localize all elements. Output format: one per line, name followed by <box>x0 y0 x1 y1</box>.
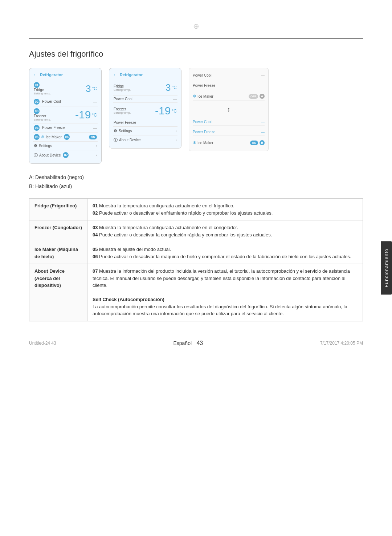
phone1-about-row: ⓘ About Device 07 › <box>33 150 98 160</box>
phone1-header: ← Refrigerator <box>33 72 98 77</box>
ice-icon-3: ❄ <box>193 140 196 145</box>
page-container: ⊕ Ajustes del frigorífico ← Refrigerator… <box>0 0 392 536</box>
phone1-ice-maker-row: 05 ❄ Ice Maker 06 ON <box>33 133 98 141</box>
table-row-freezer: Freezer (Congelador) 03 Muestra la tempe… <box>29 220 363 242</box>
table-cell-freezer-content: 03 Muestra la temperatura configurada ac… <box>87 220 363 242</box>
diag3-ice-maker-off-row: ❄ Ice Maker OFF A <box>193 92 265 101</box>
table-cell-about-label: About Device (Acerca del dispositivo) <box>29 264 87 321</box>
diag3-power-cool-b-row: Power Cool — <box>193 118 265 126</box>
section-title: Ajustes del frigorífico <box>29 49 363 59</box>
phone2-power-cool-row: Power Cool — <box>113 96 177 103</box>
table-row-fridge: Fridge (Frigorífico) 01 Muestra la tempe… <box>29 199 363 220</box>
label-b: B <box>260 140 265 145</box>
ice-toggle-off[interactable]: OFF <box>249 94 258 99</box>
settings-gear-icon-2: ⚙ <box>114 129 117 133</box>
table-row-ice-maker: Ice Maker (Máquina de hielo) 05 Muestra … <box>29 242 363 264</box>
side-tab-funcionamiento: Funcionamiento <box>381 241 392 295</box>
top-decoration: ⊕ <box>29 22 363 31</box>
back-arrow-icon: ← <box>33 72 38 77</box>
self-check-title: Self Check (Autocomprobación) <box>93 297 164 302</box>
table-cell-fridge-label: Fridge (Frigorífico) <box>29 199 87 220</box>
diagrams-row: ← Refrigerator 01 Fridge Setting temp. 3… <box>29 68 363 164</box>
phone2-freezer-row: Freezer Setting temp. -19 °C <box>113 103 177 119</box>
arrow-indicator: ↕ <box>193 103 265 115</box>
table-cell-freezer-label: Freezer (Congelador) <box>29 220 87 242</box>
diag3-power-freeze-b-row: Power Freeze — <box>193 129 265 136</box>
legend-b: B: Habilitado (azul) <box>29 182 363 191</box>
info-icon: ⓘ <box>34 153 38 158</box>
num-06: 06 <box>93 254 98 259</box>
badge-04: 04 <box>34 125 40 131</box>
legend-a: A: Deshabilitado (negro) <box>29 173 363 182</box>
badge-07: 07 <box>63 152 69 158</box>
diag3-power-freeze-row: Power Freeze — <box>193 82 265 89</box>
badge-01: 01 <box>34 82 40 88</box>
phone2-fridge-row: Fridge Setting temp. 3 °C <box>113 80 177 96</box>
badge-03: 03 <box>34 108 40 114</box>
chevron-right-icon: › <box>96 144 97 148</box>
num-05: 05 <box>93 247 98 252</box>
phone-mockup-1: ← Refrigerator 01 Fridge Setting temp. 3… <box>29 68 102 164</box>
diagram-annotated: Power Cool — Power Freeze — ❄ Ice Maker … <box>189 68 269 151</box>
settings-gear-icon: ⚙ <box>34 143 37 148</box>
num-02: 02 <box>93 210 98 216</box>
footer-date: 7/17/2017 4:20:05 PM <box>320 341 363 346</box>
ice-toggle-on[interactable]: ON <box>89 135 97 139</box>
label-a: A <box>260 94 265 99</box>
footer-filename: Untitled-24 43 <box>29 341 56 346</box>
phone1-power-cool-row: 02 Power Cool — <box>33 97 98 106</box>
legend: A: Deshabilitado (negro) B: Habilitado (… <box>29 173 363 191</box>
up-down-arrow-icon: ↕ <box>227 106 230 113</box>
page-number: 43 <box>196 340 203 346</box>
info-table: Fridge (Frigorífico) 01 Muestra la tempe… <box>29 198 363 321</box>
phone2-header: ← Refrigerator <box>113 72 177 77</box>
table-cell-ice-maker-content: 05 Muestra el ajuste del modo actual. 06… <box>87 242 363 264</box>
table-cell-fridge-content: 01 Muestra la temperatura configurada ac… <box>87 199 363 220</box>
phone2-about-row: ⓘ About Device › <box>113 135 177 145</box>
diag3-ice-maker-on-row: ❄ Ice Maker ON B <box>193 139 265 147</box>
phone-mockup-2: ← Refrigerator Fridge Setting temp. 3 °C… <box>109 68 181 149</box>
page-info: Español 43 <box>173 340 203 346</box>
table-cell-about-content: 07 Muestra la información del producto i… <box>87 264 363 321</box>
num-07: 07 <box>93 268 98 274</box>
chevron-right-icon-3: › <box>176 129 177 133</box>
ice-icon: ❄ <box>41 134 45 139</box>
info-icon-2: ⓘ <box>114 137 118 143</box>
table-cell-ice-maker-label: Ice Maker (Máquina de hielo) <box>29 242 87 264</box>
page-footer: Untitled-24 43 Español 43 7/17/2017 4:20… <box>29 336 363 346</box>
badge-06: 06 <box>64 134 70 140</box>
phone1-power-freeze-row: 04 Power Freeze — <box>33 123 98 133</box>
table-row-about-device: About Device (Acerca del dispositivo) 07… <box>29 264 363 321</box>
phone2-settings-row: ⚙ Settings › <box>113 126 177 135</box>
num-01: 01 <box>93 203 98 208</box>
phone1-freezer-row: 03 Freezer Setting temp. -19 °C <box>33 106 98 123</box>
num-03: 03 <box>93 225 98 230</box>
num-04: 04 <box>93 232 98 237</box>
ice-icon-2: ❄ <box>193 94 196 99</box>
ice-toggle-on-2[interactable]: ON <box>250 141 258 145</box>
chevron-right-icon-2: › <box>96 153 97 157</box>
chevron-right-icon-4: › <box>176 138 177 142</box>
badge-05: 05 <box>34 134 40 140</box>
phone2-power-freeze-row: Power Freeze — <box>113 119 177 126</box>
phone1-fridge-row: 01 Fridge Setting temp. 3 °C <box>33 80 98 97</box>
back-arrow-icon-2: ← <box>113 72 118 77</box>
top-divider <box>29 38 363 38</box>
phone1-settings-row: ⚙ Settings › <box>33 141 98 150</box>
badge-02: 02 <box>34 99 40 105</box>
diag3-power-cool-row: Power Cool — <box>193 72 265 79</box>
